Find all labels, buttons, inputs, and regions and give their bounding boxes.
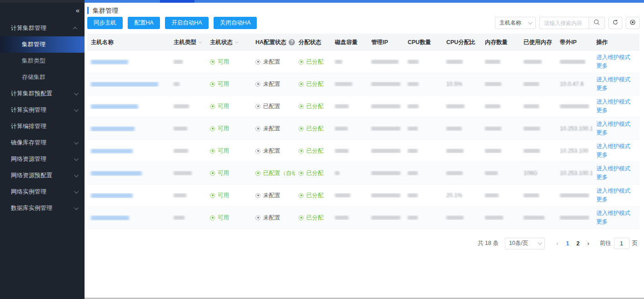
more-link[interactable]: 更多	[596, 129, 608, 137]
sidebar-collapse-icon[interactable]: «	[76, 6, 79, 14]
oob-ip-cell: 10.253.100.1	[556, 125, 593, 132]
host-name-redacted[interactable]	[91, 104, 138, 109]
more-link[interactable]: 更多	[596, 84, 608, 93]
more-link[interactable]: 更多	[596, 195, 608, 204]
more-link[interactable]: 更多	[596, 173, 608, 182]
prev-page-button[interactable]: ‹	[552, 240, 562, 247]
sidebar-item-label: 网络资源管理	[11, 155, 46, 163]
refresh-button[interactable]	[609, 17, 622, 29]
search-icon	[594, 19, 600, 27]
page-size-select[interactable]: 10条/页	[505, 238, 545, 249]
enter-maintenance-link[interactable]: 进入维护模式	[596, 120, 630, 129]
sidebar-subitem[interactable]: 集群管理	[0, 36, 85, 53]
host-status-label: 可用	[218, 125, 229, 133]
chevron-down-icon	[74, 91, 79, 95]
next-page-button[interactable]: ›	[583, 240, 593, 247]
sidebar-subitem[interactable]: 集群类型	[0, 53, 85, 69]
sidebar-item[interactable]: 计算集群预配置	[0, 85, 85, 102]
sidebar-item[interactable]: 数据库实例管理	[0, 200, 85, 216]
allocation-status-label: 已分配	[306, 103, 324, 110]
enter-maintenance-link[interactable]: 进入维护模式	[596, 187, 630, 195]
column-filter-icon[interactable]	[199, 40, 202, 43]
memory-count-redacted	[485, 149, 501, 153]
management-ip-redacted	[371, 149, 400, 153]
sync-hosts-button[interactable]: 同步主机	[87, 17, 123, 29]
host-type-cell	[170, 171, 206, 175]
management-ip-redacted	[371, 215, 400, 220]
host-name-redacted[interactable]	[91, 149, 133, 154]
enter-maintenance-link[interactable]: 进入维护模式	[596, 142, 630, 151]
column-header: 分配状态	[295, 39, 331, 46]
sidebar-item[interactable]: 网络资源预配置	[0, 167, 85, 184]
table-row: 可用已配置（自动）已分配106G10.253.100.1进入维护模式更多	[87, 162, 639, 184]
column-header: CPU数量	[404, 39, 443, 46]
more-link[interactable]: 更多	[596, 218, 608, 226]
oob-ip-cell: 10.253.100	[556, 148, 593, 154]
search-field-select[interactable]: 主机名称	[495, 17, 536, 29]
host-name-redacted[interactable]	[91, 60, 128, 65]
status-dot-icon	[255, 193, 260, 198]
allocation-status-label: 已分配	[306, 147, 324, 155]
search-input[interactable]	[539, 17, 589, 29]
sidebar-item[interactable]: 计算集群管理	[0, 20, 85, 36]
enable-auto-ha-button[interactable]: 开启自动HA	[165, 17, 208, 29]
sidebar-item[interactable]: 网络实例管理	[0, 184, 85, 200]
page-number-2[interactable]: 2	[573, 240, 583, 247]
status-dot-icon	[299, 126, 304, 131]
ha-status-label: 未配置	[263, 58, 280, 66]
more-link[interactable]: 更多	[596, 106, 608, 115]
host-name-cell	[87, 104, 170, 109]
memory-count-cell	[481, 60, 520, 64]
sidebar-item[interactable]: 计算实例管理	[0, 102, 85, 118]
search-button[interactable]	[589, 17, 605, 29]
management-ip-cell	[368, 215, 404, 220]
ha-status-cell: 已配置	[252, 103, 295, 110]
sidebar-item[interactable]: 计算编排管理	[0, 118, 85, 135]
host-name-redacted[interactable]	[91, 171, 142, 176]
disable-auto-ha-button[interactable]: 关闭自动HA	[214, 17, 257, 29]
sidebar-item[interactable]: 镜像库存管理	[0, 135, 85, 151]
sidebar: « 计算集群管理集群管理集群类型存储集群计算集群预配置计算实例管理计算编排管理镜…	[0, 3, 85, 299]
column-header: 内存数量	[481, 39, 520, 46]
column-header-label: 操作	[596, 39, 608, 46]
oob-ip-cell: 10.253.100.1	[556, 170, 593, 176]
column-filter-icon[interactable]	[235, 40, 238, 43]
configure-ha-button[interactable]: 配置HA	[128, 17, 160, 29]
enter-maintenance-link[interactable]: 进入维护模式	[596, 75, 630, 84]
column-settings-button[interactable]	[626, 17, 639, 29]
oob-ip-redacted-text: 10.253.100.1	[560, 170, 593, 176]
more-link[interactable]: 更多	[596, 151, 608, 159]
memory-count-redacted	[485, 82, 501, 86]
ha-status-label: 已配置（自动）	[263, 169, 295, 177]
used-memory-redacted	[524, 126, 540, 131]
enter-maintenance-link[interactable]: 进入维护模式	[596, 98, 630, 106]
enter-maintenance-link[interactable]: 进入维护模式	[596, 164, 630, 173]
host-name-redacted[interactable]	[91, 126, 135, 131]
column-header: HA配置状态?	[252, 39, 295, 46]
sidebar-subitem[interactable]: 存储集群	[0, 69, 85, 85]
column-header-label: 带外IP	[560, 39, 577, 46]
memory-count-redacted	[485, 104, 500, 109]
host-name-redacted[interactable]	[91, 82, 158, 87]
used-memory-redacted	[524, 149, 540, 153]
sidebar-item[interactable]: 网络资源管理	[0, 151, 85, 167]
page-number-1[interactable]: 1	[562, 240, 573, 247]
host-status-cell: 可用	[206, 214, 252, 222]
enter-maintenance-link[interactable]: 进入维护模式	[596, 53, 630, 62]
sidebar-item-label: 镜像库存管理	[11, 139, 46, 147]
disk-capacity-cell	[331, 104, 368, 109]
management-ip-cell	[368, 149, 404, 153]
cpu-count-cell	[404, 82, 443, 86]
host-name-redacted[interactable]	[91, 193, 133, 198]
help-icon[interactable]: ?	[289, 39, 295, 45]
goto-page-input[interactable]	[614, 238, 629, 249]
table-row: 可用未配置已分配10.253.100.1进入维护模式更多	[87, 118, 639, 140]
more-link[interactable]: 更多	[596, 62, 608, 70]
cpu-count-redacted	[408, 171, 418, 175]
cpu-count-cell	[404, 104, 443, 109]
cpu-ratio-redacted	[446, 149, 464, 153]
enter-maintenance-link[interactable]: 进入维护模式	[596, 209, 630, 218]
refresh-icon	[612, 19, 619, 27]
column-header: 带外IP	[556, 39, 593, 46]
host-name-redacted[interactable]	[91, 215, 129, 220]
